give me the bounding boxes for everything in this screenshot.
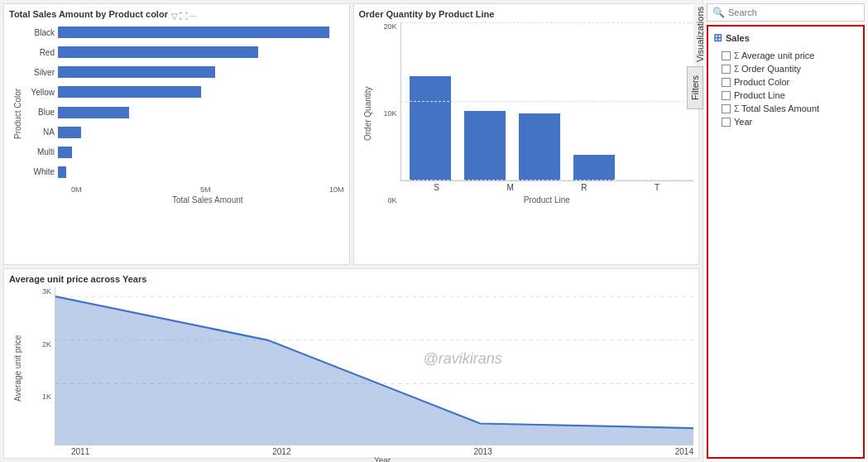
col-bar (519, 113, 560, 180)
area-y-tick-3k: 3K (42, 287, 51, 296)
bar-track (58, 107, 344, 118)
bar-fill (58, 66, 215, 78)
col-chart-title-row: Order Quantity by Product Line (359, 9, 694, 22)
bar-rows: BlackRedSilverYellowBlueNAMultiWhite (26, 22, 344, 185)
sigma-icon: Σ (734, 65, 741, 74)
area-x-label: Year (71, 456, 693, 462)
bar-fill (58, 86, 201, 98)
bar-chart-area: BlackRedSilverYellowBlueNAMultiWhite 0M … (26, 22, 344, 205)
bar-row: NA (26, 124, 344, 141)
search-box: 🔍 (707, 3, 865, 22)
bar-label: Blue (26, 108, 55, 117)
search-input[interactable] (728, 7, 859, 17)
bar-chart-panel: Total Sales Amount by Product color ▽ ⛶ … (3, 3, 350, 265)
bar-label: Black (26, 28, 55, 37)
x-tick-2: 10M (329, 185, 344, 194)
viz-section-header: ⊞ Sales (713, 31, 858, 44)
area-x-2013: 2013 (474, 447, 492, 456)
bar-fill (58, 127, 81, 138)
viz-item[interactable]: Σ Average unit price (713, 49, 858, 62)
bar-label: Red (26, 48, 55, 57)
bar-chart-icons: ▽ ⛶ ··· (171, 12, 196, 21)
viz-items-container: Σ Average unit priceΣ Order QuantityProd… (713, 49, 858, 128)
bar-chart-title: Total Sales Amount by Product color (9, 9, 168, 19)
y-tick-20k: 20K (383, 22, 396, 31)
viz-item[interactable]: Σ Total Sales Amount (713, 102, 858, 115)
bar-track (58, 127, 344, 138)
viz-item[interactable]: Product Line (713, 89, 858, 102)
bar-track (58, 46, 344, 58)
bar-track (58, 86, 344, 98)
expand-icon[interactable]: ⛶ (180, 12, 188, 21)
col-bar (464, 111, 506, 180)
bar-track (58, 166, 344, 178)
area-x-2014: 2014 (675, 447, 693, 456)
col-x-label: Product Line (400, 195, 694, 205)
viz-item[interactable]: Σ Order Quantity (713, 62, 858, 75)
bar-fill (58, 147, 72, 158)
grid-line-top (401, 22, 694, 23)
more-icon[interactable]: ··· (189, 12, 196, 21)
columns-wrapper (400, 22, 694, 181)
col-chart-wrapper: SMRT Product Line (400, 22, 694, 205)
bar-x-label: Total Sales Amount (71, 195, 344, 205)
col-chart-title: Order Quantity by Product Line (359, 9, 495, 19)
bar-fill (58, 166, 66, 178)
col-chart-container: Order Quantity 20K 10K 0K (359, 22, 694, 205)
bar-x-axis: 0M 5M 10M (71, 185, 344, 194)
col-chart-panel: Order Quantity by Product Line Order Qua… (353, 3, 700, 265)
viz-checkbox[interactable] (722, 78, 731, 87)
viz-item-label: Σ Total Sales Amount (734, 103, 819, 113)
filters-tab[interactable]: Filters (687, 66, 703, 109)
bar-row: Black (26, 24, 344, 41)
sigma-icon: Σ (734, 104, 741, 113)
viz-item-label: Product Color (734, 77, 789, 87)
bar-y-axis-label: Product Color (9, 22, 26, 205)
viz-checkbox[interactable] (722, 51, 731, 60)
x-tick-1: 5M (200, 185, 211, 194)
bar-row: Yellow (26, 84, 344, 100)
viz-item[interactable]: Year (713, 115, 858, 128)
viz-item-label: Year (734, 117, 752, 127)
visualizations-tab[interactable]: Visualizations (693, 3, 707, 65)
area-x-2012: 2012 (272, 447, 290, 456)
sigma-icon: Σ (734, 51, 741, 60)
area-x-2011: 2011 (71, 447, 89, 456)
bar-label: Yellow (26, 88, 55, 97)
area-y-tick-1k: 1K (42, 392, 51, 401)
svg-marker-3 (55, 296, 693, 445)
col-bar (573, 155, 615, 180)
filter-icon[interactable]: ▽ (171, 12, 178, 21)
y-tick-10k: 10K (383, 109, 396, 118)
bar-chart-title-row: Total Sales Amount by Product color ▽ ⛶ … (9, 9, 344, 22)
viz-item-label: Σ Order Quantity (734, 64, 801, 74)
col-x-tick: T (655, 183, 659, 192)
col-x-tick: S (434, 183, 439, 192)
right-panel: Visualizations 🔍 ⊞ Sales Σ Average unit … (703, 0, 868, 462)
col-inner: 20K 10K 0K (376, 22, 694, 205)
bar-row: Red (26, 44, 344, 60)
area-main: 3K 2K 1K (26, 287, 693, 445)
bar-label: Silver (26, 68, 55, 77)
area-chart-title: Average unit price across Years (9, 274, 146, 284)
viz-checkbox[interactable] (722, 91, 731, 100)
col-x-tick: R (581, 183, 587, 192)
bar-track (58, 66, 344, 78)
area-y-tick-2k: 2K (42, 340, 51, 349)
bar-fill (58, 107, 129, 118)
bar-row: Blue (26, 104, 344, 121)
col-y-axis-label: Order Quantity (359, 22, 376, 205)
bar-track (58, 147, 344, 158)
area-chart-title-row: Average unit price across Years (9, 274, 693, 287)
viz-checkbox[interactable] (722, 104, 731, 113)
bar-label: White (26, 167, 55, 176)
area-chart-svg-wrapper: @ravikirans (55, 287, 693, 445)
viz-item[interactable]: Product Color (713, 75, 858, 89)
area-chart-svg (55, 287, 693, 445)
table-icon: ⊞ (713, 31, 722, 44)
col-x-tick: M (506, 183, 513, 192)
viz-checkbox[interactable] (722, 118, 731, 127)
viz-item-label: Σ Average unit price (734, 51, 814, 60)
bar-fill (58, 26, 329, 38)
viz-checkbox[interactable] (722, 65, 731, 74)
